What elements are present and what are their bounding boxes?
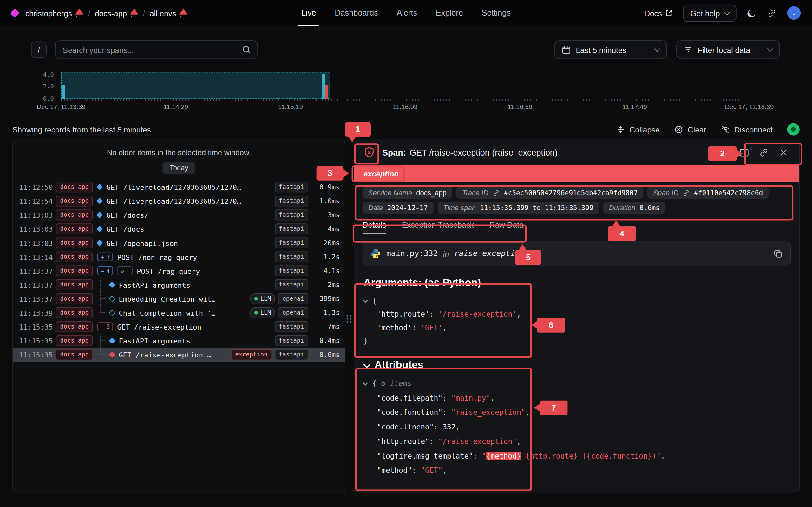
children-toggle-badge[interactable]: +3 [98,252,113,262]
span-histogram: 4.02.00.0Dec 17, 11:13:3911:14:2911:15:1… [0,67,812,119]
live-indicator-button[interactable] [787,123,800,135]
panel-resize-handle[interactable] [346,311,353,327]
attributes-heading[interactable]: Attributes [363,359,790,371]
chip-value: #f0110e542c798c6d [694,189,763,196]
row-time: 11:13:03 [19,211,51,219]
trace-row[interactable]: 11:13:03docs_appGET /docs/fastapi3ms [13,208,345,222]
status-actions: Collapse Clear Disconnect [616,123,800,135]
exception-banner: exception [354,165,799,182]
search-input[interactable] [63,45,242,54]
code-line: "method": "GET", [363,463,790,477]
meta-chip-time-span: Time span11:15:35.399 to 11:15:35.399 [438,202,599,214]
breadcrumb-item-christophergs[interactable]: christophergs [26,8,84,17]
tree-connector [98,306,106,320]
selected-time-region[interactable] [61,72,329,99]
chip-label: Trace ID [462,189,489,196]
row-tags: fastapi [275,238,308,248]
keyboard-shortcut-hint: / [31,42,47,58]
children-toggle-badge[interactable]: −2 [98,322,113,331]
link-icon [682,189,690,196]
histogram-plot[interactable] [61,72,750,100]
clear-button[interactable]: Clear [674,125,706,134]
trace-row[interactable]: 11:15:35docs_app−2GET /raise-exceptionfa… [13,320,345,334]
span-name: Embedding Creation wit… [119,295,216,303]
nav-right: Docs Get help - [644,4,801,21]
service-pill: docs_app [56,196,93,206]
chip-value: docs_app [416,189,447,196]
trace-list-panel: No older items in the selected time wind… [12,140,345,493]
today-pill[interactable]: Today [163,162,195,174]
nav-dashboards[interactable]: Dashboards [335,0,378,26]
nav-explore[interactable]: Explore [436,0,463,26]
row-main: GET /docs/ [98,211,270,219]
breadcrumb-item-all-envs[interactable]: all envs [150,8,188,17]
collapse-chevron-icon[interactable] [363,298,368,303]
disconnect-button[interactable]: Disconnect [721,125,773,134]
metadata-row-1: Service Namedocs_appTrace ID#c5ec5005042… [362,187,791,199]
hidden-count-badge[interactable]: ⊘1 [117,267,133,275]
chevron-down-icon [363,360,370,368]
share-link-button[interactable] [767,8,777,18]
trace-row[interactable]: 11:13:37docs_appEmbedding Creation wit…L… [13,292,345,306]
span-detail-header: Span:GET /raise-exception (raise_excepti… [354,140,799,165]
get-help-button[interactable]: Get help [683,4,737,21]
dock-panel-icon[interactable] [739,147,750,158]
row-main: GET /raise-exception … [98,348,226,361]
trace-row[interactable]: 11:13:39docs_appChat Completion with '…L… [13,306,345,320]
histogram-bar [325,84,328,99]
trace-row[interactable]: 11:13:03docs_appGET /docsfastapi4ms [13,222,345,236]
code-file-line: main.py:332 [386,249,438,258]
children-toggle-badge[interactable]: −4 [98,267,113,275]
logfire-logo-icon[interactable] [10,8,20,18]
nav-settings[interactable]: Settings [482,0,511,26]
span-name: GET /livereload/1270363685/1270… [106,183,241,191]
service-pill: docs_app [56,224,93,234]
avatar[interactable]: - [787,6,801,20]
nav-alerts[interactable]: Alerts [397,0,417,26]
nav-live[interactable]: Live [301,0,316,26]
tab-raw-data[interactable]: Raw Data [490,216,524,234]
histogram-bar [62,84,65,99]
tab-details[interactable]: Details [362,216,386,234]
get-help-label: Get help [691,9,720,17]
row-duration: 7ms [313,323,340,331]
service-pill: docs_app [56,321,93,332]
span-name: GET /docs/ [106,211,148,219]
dark-mode-toggle[interactable] [747,8,757,18]
copy-link-icon[interactable] [759,147,769,158]
trace-row[interactable]: 11:15:35docs_appFastAPI argumentsfastapi… [13,334,345,348]
tag-fastapi: fastapi [275,181,308,192]
trace-row[interactable]: 11:13:37docs_appFastAPI argumentsfastapi… [13,278,345,292]
chip-label: Date [368,204,383,211]
filter-button[interactable]: Filter local data [676,40,780,59]
span-kind-icon [109,281,116,288]
trace-row[interactable]: 11:12:50docs_appGET /livereload/12703636… [13,180,345,194]
meta-chip-trace-id[interactable]: Trace ID#c5ec5005042796e91d5db42ca9fd980… [456,187,643,199]
docs-link[interactable]: Docs [644,9,673,17]
top-nav: christophergs/docs-app/all envs LiveDash… [0,0,812,26]
collapse-button[interactable]: Collapse [616,125,660,134]
trace-list-header: No older items in the selected time wind… [13,140,345,174]
tag-fastapi: fastapi [275,266,308,276]
tag-llm: LLM [250,307,275,318]
collapse-chevron-icon[interactable] [363,381,368,386]
trace-row[interactable]: 11:13:14docs_app+3POST /non-rag-queryfas… [13,250,345,264]
close-icon[interactable] [778,147,789,158]
breadcrumb-item-docs-app[interactable]: docs-app [95,8,138,17]
tag-exception: exception [231,349,272,360]
trace-row[interactable]: 11:13:37docs_app−4⊘1POST /rag-queryfasta… [13,264,345,278]
trace-row[interactable]: 11:15:35docs_appGET /raise-exception …ex… [13,348,345,361]
row-duration: 1.0ms [313,197,340,205]
meta-chip-span-id[interactable]: Span ID#f0110e542c798c6d [647,187,768,199]
tag-fastapi: fastapi [275,196,308,206]
chevron-down-icon [767,46,773,52]
tab-exception-traceback[interactable]: Exception Traceback [402,216,474,234]
copy-button[interactable] [773,248,783,258]
time-range-button[interactable]: Last 5 minutes [554,40,667,59]
breadcrumb-separator: / [143,9,145,17]
trace-row[interactable]: 11:12:54docs_appGET /livereload/12703636… [13,194,345,208]
trace-row[interactable]: 11:13:03docs_appGET /openapi.jsonfastapi… [13,236,345,250]
tag-openai: openai [278,307,308,318]
trace-rows: 11:12:50docs_appGET /livereload/12703636… [13,180,345,361]
disconnect-label: Disconnect [734,125,773,134]
